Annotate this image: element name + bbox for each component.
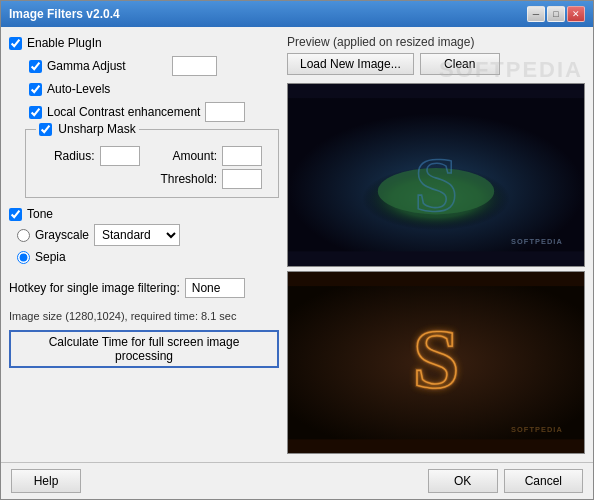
sepia-row: Sepia xyxy=(9,248,279,266)
tone-label: Tone xyxy=(27,207,53,221)
ok-button[interactable]: OK xyxy=(428,469,498,493)
title-bar-buttons: ─ □ ✕ xyxy=(527,6,585,22)
grayscale-radio[interactable] xyxy=(17,229,30,242)
enable-plugin-label: Enable PlugIn xyxy=(27,36,102,50)
local-contrast-input[interactable]: 10 xyxy=(205,102,245,122)
minimize-button[interactable]: ─ xyxy=(527,6,545,22)
svg-text:S: S xyxy=(412,312,459,405)
auto-levels-row: Auto-Levels xyxy=(9,81,279,97)
title-bar: Image Filters v2.0.4 ─ □ ✕ xyxy=(1,1,593,27)
gamma-adjust-label: Gamma Adjust xyxy=(47,59,167,73)
window-title: Image Filters v2.0.4 xyxy=(9,7,120,21)
auto-levels-label: Auto-Levels xyxy=(47,82,110,96)
gamma-adjust-checkbox[interactable] xyxy=(29,60,42,73)
radius-input[interactable]: 0.5 xyxy=(100,146,140,166)
footer: Help OK Cancel xyxy=(1,462,593,499)
maximize-button[interactable]: □ xyxy=(547,6,565,22)
help-button[interactable]: Help xyxy=(11,469,81,493)
preview-image-top: S SOFTPEDIA xyxy=(287,83,585,267)
cancel-button[interactable]: Cancel xyxy=(504,469,583,493)
unsharp-mask-label: Unsharp Mask xyxy=(58,122,135,136)
enable-plugin-checkbox[interactable] xyxy=(9,37,22,50)
grayscale-row: Grayscale Standard Luminosity Average xyxy=(9,222,279,248)
hotkey-value: None xyxy=(185,278,245,298)
content-area: SOFTPEDIA Enable PlugIn Gamma Adjust 0 A… xyxy=(1,27,593,462)
footer-right: OK Cancel xyxy=(428,469,583,493)
gamma-adjust-row: Gamma Adjust 0 xyxy=(9,55,279,77)
top-preview-svg: S SOFTPEDIA xyxy=(288,84,584,266)
calc-button[interactable]: Calculate Time for full screen image pro… xyxy=(9,330,279,368)
clean-button[interactable]: Clean xyxy=(420,53,500,75)
unsharp-mask-checkbox[interactable] xyxy=(39,123,52,136)
tone-section: Tone Grayscale Standard Luminosity Avera… xyxy=(9,206,279,266)
sepia-radio[interactable] xyxy=(17,251,30,264)
preview-image-bottom: S S S xyxy=(287,271,585,455)
svg-text:SOFTPEDIA: SOFTPEDIA xyxy=(511,424,563,433)
preview-label: Preview (applied on resized image) xyxy=(287,35,585,49)
local-contrast-checkbox[interactable] xyxy=(29,106,42,119)
preview-buttons: Load New Image... Clean xyxy=(287,53,585,75)
local-contrast-label: Local Contrast enhancement xyxy=(47,105,200,119)
local-contrast-row: Local Contrast enhancement 10 xyxy=(9,101,279,123)
threshold-input[interactable]: 4 xyxy=(222,169,262,189)
preview-images: S SOFTPEDIA xyxy=(287,83,585,454)
main-window: Image Filters v2.0.4 ─ □ ✕ SOFTPEDIA Ena… xyxy=(0,0,594,500)
gamma-value-input[interactable]: 0 xyxy=(172,56,217,76)
tone-checkbox[interactable] xyxy=(9,208,22,221)
close-button[interactable]: ✕ xyxy=(567,6,585,22)
tone-row: Tone xyxy=(9,206,279,222)
unsharp-mask-group: Unsharp Mask Radius: 0.5 Amount: 100 Thr… xyxy=(25,129,279,198)
auto-levels-checkbox[interactable] xyxy=(29,83,42,96)
amount-label: Amount: xyxy=(152,149,217,163)
threshold-label: Threshold: xyxy=(152,172,217,186)
load-image-button[interactable]: Load New Image... xyxy=(287,53,414,75)
sepia-label: Sepia xyxy=(35,250,66,264)
unsharp-mask-group-title: Unsharp Mask xyxy=(36,122,139,136)
right-panel: Preview (applied on resized image) Load … xyxy=(287,35,585,454)
image-size-text: Image size (1280,1024), required time: 8… xyxy=(9,310,279,322)
left-panel: Enable PlugIn Gamma Adjust 0 Auto-Levels… xyxy=(9,35,279,454)
svg-text:SOFTPEDIA: SOFTPEDIA xyxy=(511,237,563,246)
hotkey-row: Hotkey for single image filtering: None xyxy=(9,278,279,298)
amount-input[interactable]: 100 xyxy=(222,146,262,166)
grayscale-label: Grayscale xyxy=(35,228,89,242)
radius-label: Radius: xyxy=(46,149,95,163)
hotkey-label: Hotkey for single image filtering: xyxy=(9,281,180,295)
unsharp-grid: Radius: 0.5 Amount: 100 Threshold: 4 xyxy=(46,146,270,189)
enable-plugin-row: Enable PlugIn xyxy=(9,35,279,51)
grayscale-select[interactable]: Standard Luminosity Average xyxy=(94,224,180,246)
svg-text:S: S xyxy=(414,140,458,228)
footer-left: Help xyxy=(11,469,81,493)
bottom-preview-svg: S S S xyxy=(288,272,584,454)
